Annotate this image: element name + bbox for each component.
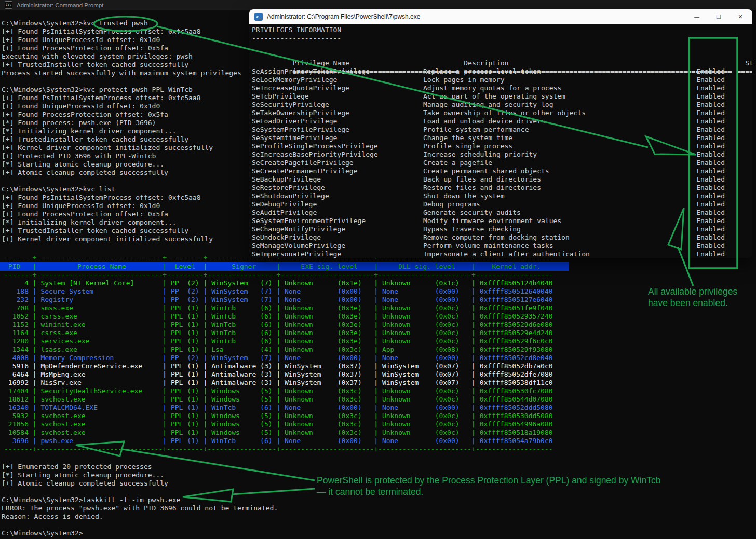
privilege-state: Enabled — [695, 209, 725, 217]
ppl-note-line2: — it cannot be terminated. — [317, 486, 670, 497]
privilege-name: SeCreatePermanentPrivilege — [252, 167, 423, 175]
privilege-description: Restore files and directories — [423, 184, 695, 192]
privilege-name: SeAuditPrivilege — [252, 209, 423, 217]
privilege-state: Enabled — [695, 250, 725, 258]
console-line: [+] Kernel driver component initialized … — [2, 235, 241, 243]
pwsh-body: PRIVILEGES INFORMATION -----------------… — [249, 24, 752, 258]
privilege-row: SeSystemEnvironmentPrivilegeModify firmw… — [252, 217, 752, 225]
privilege-name: SeShutdownPrivilege — [252, 192, 423, 200]
table-row: 5916 | MpDefenderCoreService.exe | PPL (… — [0, 362, 569, 370]
privilege-row: SeIncreaseQuotaPrivilegeAdjust memory qu… — [252, 84, 752, 92]
col-privilege-name: Privilege Name — [292, 59, 464, 67]
console-line: [*] Starting atomic cleanup procedure... — [2, 471, 278, 479]
privilege-state: Enabled — [695, 84, 725, 92]
console-line: [+] Atomic cleanup completed successfull… — [2, 169, 241, 177]
console-line: C:\Windows\System32>kvc list — [2, 185, 241, 194]
console-line: [+] Found UniqueProcessId offset: 0x1d0 — [2, 102, 241, 110]
console-line: [+] Kernel driver component initialized … — [2, 144, 241, 152]
privilege-state: Enabled — [695, 150, 725, 159]
console-line — [2, 488, 278, 496]
maximize-button[interactable]: ☐ — [710, 9, 727, 24]
privilege-description: Lock pages in memory — [423, 76, 695, 84]
privileges-note-line1: All available privileges — [648, 286, 752, 297]
privilege-row: SeAuditPrivilegeGenerate security audits… — [252, 209, 752, 217]
console-line: [+] Found UniqueProcessId offset: 0x1d0 — [2, 202, 241, 210]
privilege-description: Remove computer from docking station — [423, 233, 695, 242]
console-line: [+] Found PsInitialSystemProcess offset:… — [2, 94, 241, 102]
privileges-heading: PRIVILEGES INFORMATION — [252, 26, 752, 34]
console-line: [+] Found PsInitialSystemProcess offset:… — [2, 194, 241, 202]
privileges-column-headers: Privilege NameDescriptionState — [252, 51, 752, 59]
privilege-description: Increase scheduling priority — [423, 150, 695, 159]
privilege-row: SeImpersonatePrivilegeImpersonate a clie… — [252, 250, 752, 258]
privileges-note: All available privileges have been enabl… — [648, 286, 752, 309]
privilege-name: SeSystemtimePrivilege — [252, 134, 423, 142]
console-line: C:\Windows\System32> — [2, 529, 278, 537]
privileges-heading-underline: ---------------------- — [252, 34, 752, 43]
table-row: 17404 | SecurityHealthService.exe | PPL … — [0, 387, 569, 395]
privilege-row: SeUndockPrivilegeRemove computer from do… — [252, 233, 752, 242]
cmd-output-top[interactable]: C:\Windows\System32>kvc trusted pwsh[+] … — [2, 19, 241, 243]
privilege-row: SeTcbPrivilegeAct as part of the operati… — [252, 92, 752, 101]
privilege-name: SeUndockPrivilege — [252, 233, 423, 242]
privilege-row: SeTakeOwnershipPrivilegeTake ownership o… — [252, 109, 752, 117]
privilege-state: Enabled — [695, 242, 725, 250]
privilege-description: Generate security audits — [423, 209, 695, 217]
privilege-state: Enabled — [695, 159, 725, 167]
table-row: 4 | System [NT Kernel Core] | PP (2) | W… — [0, 279, 569, 287]
privilege-name: SeCreatePagefilePrivilege — [252, 159, 423, 167]
table-row: 188 | Secure System | PP (2) | WinSystem… — [0, 287, 569, 296]
console-line: [+] Enumerated 20 protected processes — [2, 463, 278, 471]
pwsh-titlebar[interactable]: >_ Administrator: C:\Program Files\Power… — [249, 9, 752, 24]
privilege-state: Enabled — [695, 117, 725, 126]
console-line: [+] TrustedInstaller token cached succes… — [2, 135, 241, 144]
privilege-description: Replace a process level token — [423, 67, 695, 76]
console-line: [+] TrustedInstaller token cached succes… — [2, 61, 241, 69]
privilege-state: Enabled — [695, 217, 725, 225]
cmd-output-bottom[interactable]: [+] Enumerated 20 protected processes[*]… — [2, 463, 278, 537]
close-button[interactable]: ✕ — [732, 9, 749, 24]
privilege-state: Enabled — [695, 200, 725, 209]
console-line — [2, 521, 278, 529]
privilege-state: Enabled — [695, 233, 725, 242]
privilege-row: SeDebugPrivilegeDebug programsEnabled — [252, 200, 752, 209]
pwsh-console[interactable]: PRIVILEGES INFORMATION -----------------… — [249, 24, 752, 258]
console-line: C:\Windows\System32>taskkill -f -im pwsh… — [2, 496, 278, 504]
privilege-description: Load and unload device drivers — [423, 117, 695, 126]
col-state: State — [735, 59, 752, 67]
table-row: 16340 | TOTALCMD64.EXE | PPL (1) | WinTc… — [0, 404, 569, 412]
console-line: [+] Protected PID 3696 with PPL-WinTcb — [2, 152, 241, 160]
console-line: [*] Found process: pwsh.exe (PID 3696) — [2, 119, 241, 127]
table-row: 18612 | svchost.exe | PPL (1) | Windows … — [0, 395, 569, 404]
privilege-row: SeIncreaseBasePriorityPrivilegeIncrease … — [252, 150, 752, 159]
privilege-row: SeProfileSingleProcessPrivilegeProfile s… — [252, 142, 752, 150]
privilege-name: SeAssignPrimaryTokenPrivilege — [252, 67, 423, 76]
privilege-state: Enabled — [695, 109, 725, 117]
minimize-button[interactable]: — — [688, 9, 706, 24]
table-row: 1052 | csrss.exe | PPL (1) | WinTcb (6) … — [0, 312, 569, 321]
privilege-description: Adjust memory quotas for a process — [423, 84, 695, 92]
privilege-description: Shut down the system — [423, 192, 695, 200]
table-row: 6464 | MsMpEng.exe | PPL (1) | Antimalwa… — [0, 370, 569, 379]
privilege-state: Enabled — [695, 167, 725, 175]
privilege-name: SeManageVolumePrivilege — [252, 242, 423, 250]
table-row: 1280 | services.exe | PPL (1) | WinTcb (… — [0, 337, 569, 345]
table-row: 4008 | Memory Compression | PP (2) | Win… — [0, 354, 569, 362]
table-row: 1344 | lsass.exe | PPL (1) | Lsa (4) | U… — [0, 345, 569, 354]
console-line: [+] Atomic cleanup completed successfull… — [2, 479, 278, 488]
table-row: 5932 | svchost.exe | PPL (1) | Windows (… — [0, 412, 569, 420]
privilege-row: SeCreatePermanentPrivilegeCreate permane… — [252, 167, 752, 175]
privilege-description: Create a pagefile — [423, 159, 695, 167]
console-line: Executing with elevated system privilege… — [2, 52, 241, 61]
privilege-description: Back up files and directories — [423, 175, 695, 184]
privilege-row: SeChangeNotifyPrivilegeBypass traverse c… — [252, 225, 752, 233]
privilege-description: Bypass traverse checking — [423, 225, 695, 233]
cmd-titlebar[interactable]: C:\ Administrator: Command Prompt — [0, 0, 756, 10]
table-row: 3696 | pwsh.exe | PPL (1) | WinTcb (6) |… — [0, 437, 569, 445]
console-line: Reason: Access is denied. — [2, 513, 278, 521]
privilege-name: SeProfileSingleProcessPrivilege — [252, 142, 423, 150]
console-line: [+] Found UniqueProcessId offset: 0x1d0 — [2, 36, 241, 44]
privilege-state: Enabled — [695, 175, 725, 184]
console-line: C:\Windows\System32>kvc trusted pwsh — [2, 19, 241, 27]
table-row: 232 | Registry | PP (2) | WinSystem (7) … — [0, 296, 569, 304]
